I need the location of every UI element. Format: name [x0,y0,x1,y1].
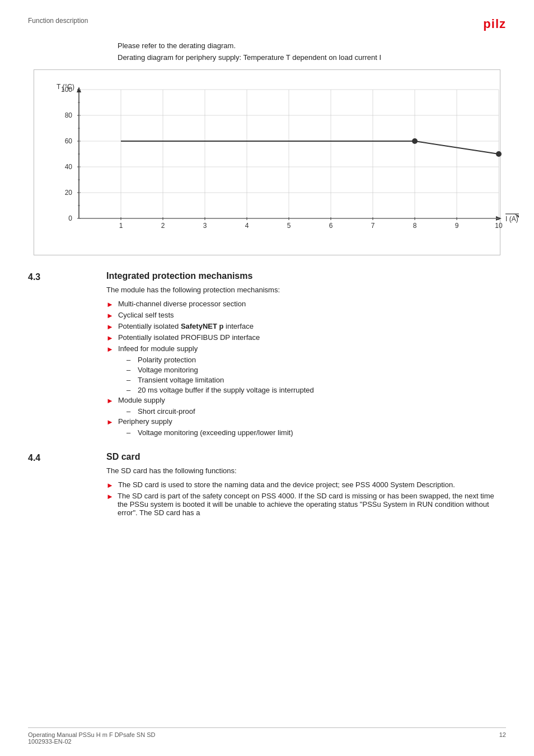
dash: – [127,428,133,437]
list-item: ► Cyclical self tests [106,311,506,320]
footer-manual-title: Operating Manual PSSu H m F DPsafe SN SD [28,731,155,738]
page: Function description pilz Please refer t… [0,0,534,566]
list-item-text: Module supply [118,396,165,404]
section-heading-4-4: SD card [106,452,506,462]
list-item-text: Potentially isolated PROFIBUS DP interfa… [118,333,260,342]
section-content-4-3: Integrated protection mechanisms The mod… [106,271,506,438]
svg-text:60: 60 [65,137,73,145]
sub-list-item: – Transient voltage limitation [127,376,506,384]
list-item-text: The SD card is part of the safety concep… [118,492,506,517]
dash: – [127,407,133,416]
dash: – [127,366,133,374]
section-intro-4-3: The module has the following protection … [106,286,506,294]
list-item: ► Periphery supply [106,417,506,426]
bullet-arrow: ► [106,323,114,331]
chart-svg: 0 20 40 60 80 100 [40,81,521,244]
list-item-text: Infeed for module supply [118,344,198,353]
svg-text:9: 9 [455,222,459,230]
sub-list-item: – Short circuit-proof [127,407,506,416]
sub-list-item: – Voltage monitoring [127,366,506,374]
intro-line1: Please refer to the derating diagram. [118,41,506,50]
pilz-logo: pilz [483,17,506,31]
sub-list-item: – 20 ms voltage buffer if the supply vol… [127,386,506,394]
sub-list-item-text: Polarity protection [138,356,196,364]
derating-chart: 0 20 40 60 80 100 [34,69,500,255]
page-header: Function description pilz [28,17,506,31]
bullet-arrow: ► [106,418,114,426]
sub-list-item-text: Short circuit-proof [138,407,195,416]
svg-text:T (°C): T (°C) [57,83,74,91]
section-content-4-4: SD card The SD card has the following fu… [106,452,506,519]
svg-text:6: 6 [329,222,333,230]
sub-list-item: – Voltage monitoring (exceeding upper/lo… [127,428,506,437]
svg-text:3: 3 [203,222,207,230]
svg-text:20: 20 [65,189,73,197]
svg-text:10: 10 [495,222,503,230]
page-footer: Operating Manual PSSu H m F DPsafe SN SD… [28,727,506,745]
svg-point-63 [412,138,418,144]
sub-list-item-text: Transient voltage limitation [138,376,224,384]
section-intro-4-4: The SD card has the following functions: [106,466,506,475]
sub-list-infeed: – Polarity protection – Voltage monitori… [106,356,506,394]
header-title: Function description [28,17,88,25]
bullet-arrow: ► [106,300,114,309]
protection-list: ► Multi-channel diverse processor sectio… [106,300,506,437]
section-number-4-4: 4.4 [28,452,106,519]
list-item-text: Periphery supply [118,417,172,426]
svg-point-64 [496,151,502,157]
section-number-4-3: 4.3 [28,271,106,438]
bullet-arrow: ► [106,334,114,342]
list-item-text: Potentially isolated SafetyNET p interfa… [118,322,254,330]
footer-page-number: 12 [499,731,506,745]
footer-left: Operating Manual PSSu H m F DPsafe SN SD… [28,731,155,745]
list-item: ► Multi-channel diverse processor sectio… [106,300,506,309]
dash: – [127,376,133,384]
diagram-caption: Derating diagram for periphery supply: T… [118,53,506,62]
svg-text:I (A): I (A) [505,215,518,223]
svg-text:80: 80 [65,111,73,119]
list-item: ► Potentially isolated PROFIBUS DP inter… [106,333,506,342]
svg-text:7: 7 [371,222,375,230]
list-item-text: Multi-channel diverse processor section [118,300,246,308]
bullet-arrow: ► [106,311,114,320]
svg-text:5: 5 [287,222,291,230]
sd-card-list: ► The SD card is used to store the namin… [106,480,506,517]
sub-list-item: – Polarity protection [127,356,506,364]
sub-list-item-text: Voltage monitoring (exceeding upper/lowe… [138,428,293,437]
section-4-4: 4.4 SD card The SD card has the followin… [28,452,506,519]
list-item: ► Potentially isolated SafetyNET p inter… [106,322,506,331]
list-item-text: Cyclical self tests [118,311,174,319]
sub-list-item-text: Voltage monitoring [138,366,198,374]
dash: – [127,356,133,364]
dash: – [127,386,133,394]
svg-text:2: 2 [161,222,165,230]
footer-doc-number: 1002933-EN-02 [28,738,155,745]
section-4-3: 4.3 Integrated protection mechanisms The… [28,271,506,438]
svg-text:8: 8 [413,222,417,230]
list-item: ► Infeed for module supply [106,344,506,353]
section-heading-4-3: Integrated protection mechanisms [106,271,506,281]
bullet-arrow: ► [106,345,114,353]
sub-list-item-text: 20 ms voltage buffer if the supply volta… [138,386,314,394]
list-item-text: The SD card is used to store the naming … [118,480,455,489]
list-item: ► The SD card is part of the safety conc… [106,492,506,517]
list-item: ► The SD card is used to store the namin… [106,480,506,489]
sub-list-periphery: – Voltage monitoring (exceeding upper/lo… [106,428,506,437]
svg-text:0: 0 [68,214,72,222]
list-item: ► Module supply [106,396,506,405]
bullet-arrow: ► [106,396,114,405]
svg-text:40: 40 [65,163,73,171]
bullet-arrow: ► [106,481,114,489]
svg-text:4: 4 [245,222,249,230]
bullet-arrow: ► [106,492,113,501]
svg-text:1: 1 [119,222,123,230]
sub-list-module: – Short circuit-proof [106,407,506,416]
